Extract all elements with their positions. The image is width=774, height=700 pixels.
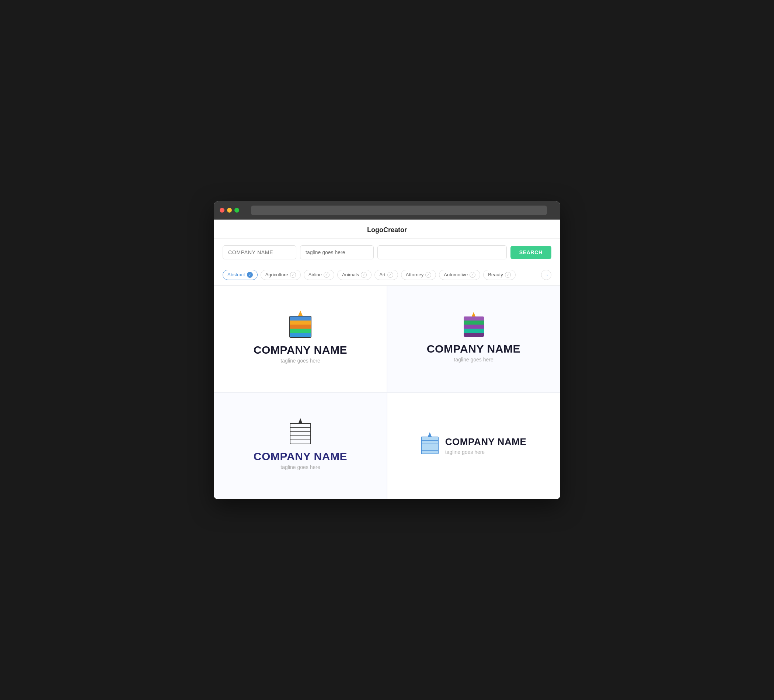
- check-icon-art: [387, 272, 393, 278]
- logo-card-3[interactable]: COMPANY NAME tagline goes here: [214, 392, 387, 499]
- company-name-input[interactable]: [223, 245, 296, 259]
- browser-window: LogoCreator SEARCH Abstract Agriculture …: [214, 201, 560, 499]
- filter-label-automotive: Automotive: [444, 272, 468, 277]
- browser-titlebar: [214, 201, 560, 220]
- traffic-lights: [220, 208, 239, 213]
- logo-card-2[interactable]: COMPANY NAME tagline goes here: [387, 286, 560, 392]
- logo-1-company-name: COMPANY NAME: [253, 344, 347, 356]
- logo-icon-2: [464, 315, 484, 339]
- logo-4-tagline: tagline goes here: [445, 449, 527, 455]
- filter-label-art: Art: [379, 272, 385, 277]
- logo-icon-4: [421, 435, 438, 456]
- check-icon-automotive: [470, 272, 475, 278]
- check-icon-beauty: [505, 272, 511, 278]
- logo-2-company-name: COMPANY NAME: [427, 343, 521, 355]
- filter-next-arrow[interactable]: →: [541, 270, 551, 280]
- address-bar[interactable]: [251, 206, 547, 215]
- browser-content: LogoCreator SEARCH Abstract Agriculture …: [214, 220, 560, 499]
- check-icon-agriculture: [290, 272, 296, 278]
- logo-icon-3: [290, 421, 311, 447]
- logo-2-tagline: tagline goes here: [454, 357, 493, 363]
- filter-chip-automotive[interactable]: Automotive: [439, 270, 480, 280]
- search-button[interactable]: SEARCH: [511, 246, 551, 259]
- logo-icon-1: [289, 314, 311, 340]
- logo-4-company-name: COMPANY NAME: [445, 436, 527, 447]
- app-title: LogoCreator: [367, 226, 407, 234]
- filter-chip-airline[interactable]: Airline: [304, 270, 334, 280]
- check-icon-abstract: [247, 272, 253, 278]
- domain-input[interactable]: [377, 245, 507, 259]
- filter-label-agriculture: Agriculture: [265, 272, 288, 277]
- filter-label-beauty: Beauty: [488, 272, 503, 277]
- filter-chip-beauty[interactable]: Beauty: [483, 270, 515, 280]
- logo-3-company-name: COMPANY NAME: [253, 450, 347, 463]
- filter-label-animals: Animals: [342, 272, 359, 277]
- check-icon-airline: [324, 272, 329, 278]
- maximize-button[interactable]: [235, 208, 239, 213]
- filter-label-abstract: Abstract: [227, 272, 245, 277]
- filter-chip-animals[interactable]: Animals: [337, 270, 372, 280]
- filter-bar: Abstract Agriculture Airline Animals Art…: [214, 266, 560, 286]
- check-icon-animals: [361, 272, 367, 278]
- logo-card-1[interactable]: COMPANY NAME tagline goes here: [214, 286, 387, 392]
- filter-chip-attorney[interactable]: Attorney: [401, 270, 436, 280]
- logo-3-tagline: tagline goes here: [281, 464, 320, 470]
- logo-4-text: COMPANY NAME tagline goes here: [445, 436, 527, 455]
- logo-grid: COMPANY NAME tagline goes here COMPANY N…: [214, 286, 560, 499]
- app-header: LogoCreator: [214, 220, 560, 239]
- check-icon-attorney: [425, 272, 431, 278]
- filter-chip-art[interactable]: Art: [374, 270, 398, 280]
- minimize-button[interactable]: [227, 208, 232, 213]
- filter-chip-abstract[interactable]: Abstract: [223, 270, 258, 280]
- tagline-input[interactable]: [300, 245, 374, 259]
- search-bar: SEARCH: [214, 239, 560, 266]
- filter-label-attorney: Attorney: [406, 272, 423, 277]
- logo-card-4[interactable]: COMPANY NAME tagline goes here: [387, 392, 560, 499]
- logo-1-tagline: tagline goes here: [281, 358, 320, 364]
- filter-label-airline: Airline: [309, 272, 322, 277]
- close-button[interactable]: [220, 208, 225, 213]
- filter-chip-agriculture[interactable]: Agriculture: [261, 270, 301, 280]
